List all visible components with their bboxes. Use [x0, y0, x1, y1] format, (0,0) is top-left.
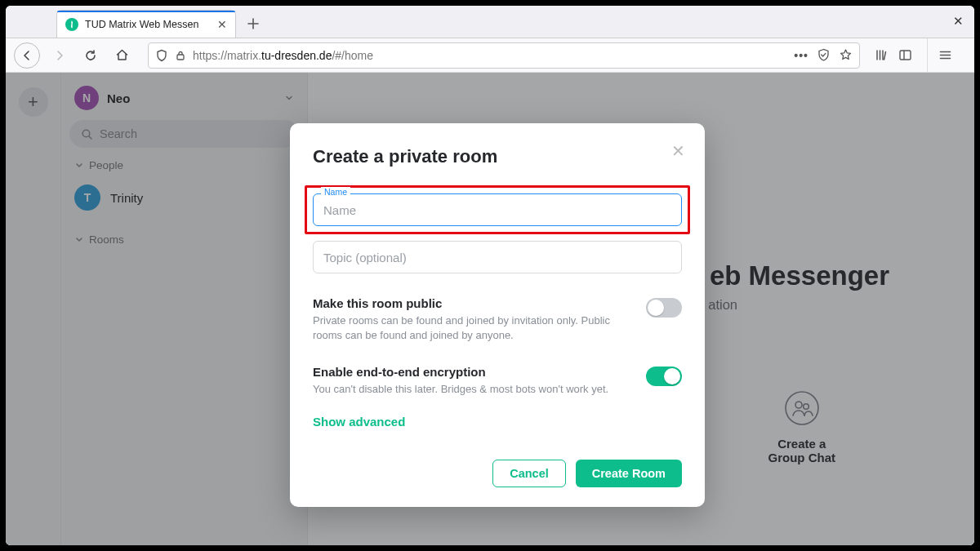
nav-reload-button[interactable]: [79, 44, 102, 67]
favicon-icon: [65, 18, 78, 31]
sidebar-toggle-icon[interactable]: [898, 48, 912, 62]
library-icon[interactable]: [875, 48, 889, 62]
public-option-desc: Private rooms can be found and joined by…: [313, 313, 623, 342]
dialog-close-button[interactable]: ✕: [671, 141, 685, 161]
browser-tab[interactable]: TUD Matrix Web Messen ✕: [56, 10, 236, 38]
tab-title: TUD Matrix Web Messen: [85, 19, 198, 30]
name-field-label: Name: [321, 187, 350, 197]
room-topic-input[interactable]: [313, 241, 682, 273]
nav-home-button[interactable]: [110, 44, 133, 67]
tracking-shield-icon[interactable]: [155, 49, 168, 62]
page-actions-icon[interactable]: •••: [794, 49, 808, 62]
dialog-title: Create a private room: [313, 146, 682, 167]
protection-badge-icon[interactable]: [817, 48, 831, 62]
url-text: https://matrix.tu-dresden.de/#/home: [193, 49, 373, 62]
show-advanced-link[interactable]: Show advanced: [313, 415, 682, 429]
url-bar[interactable]: https://matrix.tu-dresden.de/#/home •••: [148, 42, 860, 69]
app-menu-icon[interactable]: [938, 48, 952, 62]
svg-rect-0: [177, 55, 184, 60]
cancel-button[interactable]: Cancel: [492, 460, 566, 487]
browser-tabstrip: TUD Matrix Web Messen ✕ ✕: [6, 6, 974, 38]
browser-toolbar: https://matrix.tu-dresden.de/#/home •••: [6, 38, 974, 73]
e2e-option-desc: You can't disable this later. Bridges & …: [313, 382, 623, 397]
window-close-button[interactable]: ✕: [942, 6, 974, 38]
e2e-toggle[interactable]: [646, 367, 682, 386]
bookmark-star-icon[interactable]: [839, 48, 853, 62]
public-toggle[interactable]: [646, 298, 682, 318]
svg-rect-1: [900, 51, 911, 60]
nav-forward-button[interactable]: [48, 44, 71, 67]
create-room-dialog: Create a private room ✕ Name Make this r…: [290, 123, 705, 507]
room-name-input[interactable]: [313, 193, 682, 226]
e2e-option-title: Enable end-to-end encryption: [313, 365, 635, 379]
lock-icon[interactable]: [175, 50, 186, 61]
create-room-button[interactable]: Create Room: [576, 460, 682, 487]
public-option-title: Make this room public: [313, 296, 635, 310]
nav-back-button[interactable]: [14, 42, 40, 69]
tab-close-icon[interactable]: ✕: [217, 18, 227, 31]
new-tab-button[interactable]: [241, 11, 265, 36]
